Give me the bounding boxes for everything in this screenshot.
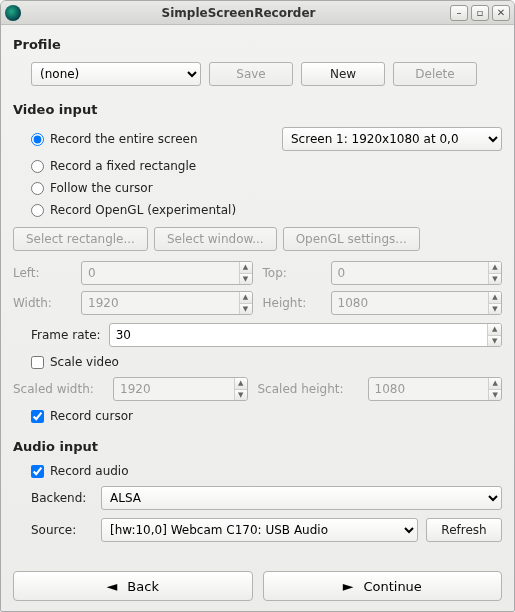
chevron-up-icon: ▲ xyxy=(240,292,252,304)
chevron-down-icon[interactable]: ▼ xyxy=(488,336,501,347)
opt-fixed-rect-radio[interactable] xyxy=(31,160,44,173)
chevron-up-icon: ▲ xyxy=(489,292,501,304)
opt-follow-cursor-radio[interactable] xyxy=(31,182,44,195)
continue-button[interactable]: ► Continue xyxy=(263,571,503,601)
scaled-height-label: Scaled height: xyxy=(258,382,358,396)
app-icon xyxy=(5,5,21,21)
source-select[interactable]: [hw:10,0] Webcam C170: USB Audio xyxy=(101,518,418,542)
minimize-button[interactable]: – xyxy=(450,5,468,21)
top-input xyxy=(332,262,489,284)
top-spinbox: ▲▼ xyxy=(331,261,503,285)
chevron-up-icon: ▲ xyxy=(235,378,247,390)
record-cursor-check[interactable] xyxy=(31,410,44,423)
backend-select[interactable]: ALSA xyxy=(101,486,502,510)
opengl-settings-button[interactable]: OpenGL settings... xyxy=(283,227,420,251)
backend-label: Backend: xyxy=(31,491,93,505)
chevron-down-icon: ▼ xyxy=(240,274,252,285)
profile-delete-button[interactable]: Delete xyxy=(393,62,477,86)
width-spinbox: ▲▼ xyxy=(81,291,253,315)
profile-new-button[interactable]: New xyxy=(301,62,385,86)
chevron-down-icon: ▼ xyxy=(489,274,501,285)
opt-opengl-radio[interactable] xyxy=(31,204,44,217)
left-input xyxy=(82,262,239,284)
left-spinbox: ▲▼ xyxy=(81,261,253,285)
maximize-button[interactable]: ▫ xyxy=(471,5,489,21)
framerate-label: Frame rate: xyxy=(31,328,101,342)
opt-entire-screen[interactable]: Record the entire screen xyxy=(31,132,274,146)
close-button[interactable]: ✕ xyxy=(492,5,510,21)
opt-fixed-rect[interactable]: Record a fixed rectangle xyxy=(31,159,196,173)
top-label: Top: xyxy=(263,266,321,280)
scaled-width-input xyxy=(114,378,234,400)
back-button[interactable]: ◄ Back xyxy=(13,571,253,601)
refresh-button[interactable]: Refresh xyxy=(426,518,502,542)
opt-entire-screen-radio[interactable] xyxy=(31,133,44,146)
record-cursor-checkbox[interactable]: Record cursor xyxy=(31,409,133,423)
record-audio-check[interactable] xyxy=(31,465,44,478)
select-rectangle-button[interactable]: Select rectangle... xyxy=(13,227,148,251)
height-label: Height: xyxy=(263,296,321,310)
chevron-down-icon: ▼ xyxy=(240,304,252,315)
scaled-height-input xyxy=(369,378,489,400)
opt-follow-cursor[interactable]: Follow the cursor xyxy=(31,181,153,195)
profile-save-button[interactable]: Save xyxy=(209,62,293,86)
app-window: SimpleScreenRecorder – ▫ ✕ Profile (none… xyxy=(0,0,515,612)
scaled-height-spinbox: ▲▼ xyxy=(368,377,503,401)
source-label: Source: xyxy=(31,523,93,537)
chevron-up-icon: ▲ xyxy=(240,262,252,274)
scale-video-checkbox[interactable]: Scale video xyxy=(31,355,119,369)
profile-heading: Profile xyxy=(13,37,502,52)
titlebar: SimpleScreenRecorder – ▫ ✕ xyxy=(1,1,514,25)
chevron-up-icon: ▲ xyxy=(489,378,501,390)
profile-select[interactable]: (none) xyxy=(31,62,201,86)
arrow-right-icon: ► xyxy=(343,579,354,593)
framerate-spinbox[interactable]: ▲▼ xyxy=(109,323,502,347)
scaled-width-spinbox: ▲▼ xyxy=(113,377,248,401)
chevron-down-icon: ▼ xyxy=(235,390,247,401)
chevron-down-icon: ▼ xyxy=(489,390,501,401)
chevron-up-icon[interactable]: ▲ xyxy=(488,324,501,336)
scaled-width-label: Scaled width: xyxy=(13,382,103,396)
width-label: Width: xyxy=(13,296,71,310)
chevron-down-icon: ▼ xyxy=(489,304,501,315)
width-input xyxy=(82,292,239,314)
arrow-left-icon: ◄ xyxy=(107,579,118,593)
video-heading: Video input xyxy=(13,102,502,117)
opt-opengl[interactable]: Record OpenGL (experimental) xyxy=(31,203,236,217)
record-audio-checkbox[interactable]: Record audio xyxy=(31,464,129,478)
chevron-up-icon: ▲ xyxy=(489,262,501,274)
height-input xyxy=(332,292,489,314)
left-label: Left: xyxy=(13,266,71,280)
audio-heading: Audio input xyxy=(13,439,502,454)
scale-video-check[interactable] xyxy=(31,356,44,369)
height-spinbox: ▲▼ xyxy=(331,291,503,315)
framerate-input[interactable] xyxy=(110,324,488,346)
window-title: SimpleScreenRecorder xyxy=(27,6,450,20)
screen-select[interactable]: Screen 1: 1920x1080 at 0,0 xyxy=(282,127,502,151)
select-window-button[interactable]: Select window... xyxy=(154,227,277,251)
